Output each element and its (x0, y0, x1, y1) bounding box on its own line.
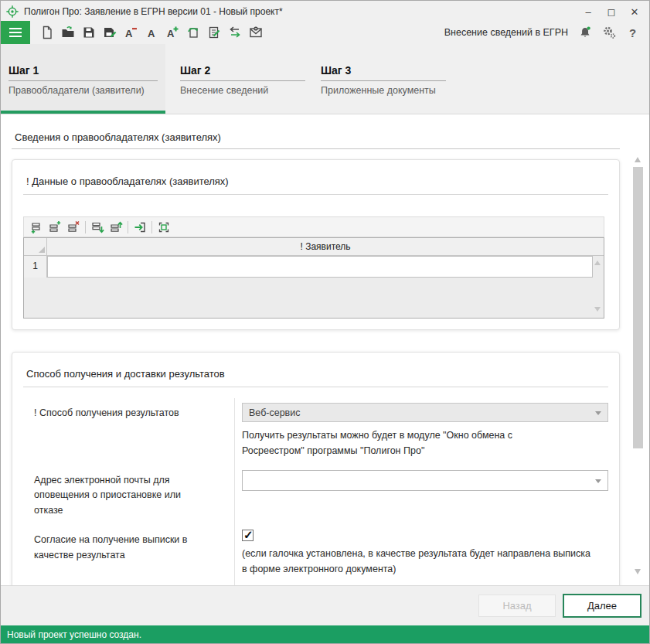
step3-subtitle: Приложенные документы (321, 85, 446, 96)
move-down-icon (90, 220, 104, 234)
bell-icon (577, 25, 593, 40)
row-number[interactable]: 1 (24, 256, 47, 278)
next-button[interactable]: Далее (563, 594, 641, 618)
envelope-icon (248, 25, 264, 40)
step1-title: Шаг 1 (9, 64, 158, 81)
result-method-label: ! Способ получения результатов (34, 403, 208, 458)
xml-exchange-icon (185, 25, 201, 40)
step3-title: Шаг 3 (321, 64, 446, 81)
transfer-arrows-icon (226, 25, 243, 40)
email-label: Адрес электронной почты для оповещения о… (34, 470, 208, 518)
back-button[interactable]: Назад (478, 595, 556, 617)
grid-scroll-up-icon[interactable] (594, 261, 601, 265)
question-mark-icon: ? (629, 26, 636, 39)
font-default-button[interactable]: A (141, 22, 161, 43)
delivery-card: Способ получения и доставки результатов … (12, 352, 620, 585)
add-row-icon (29, 220, 43, 234)
expand-icon (157, 220, 171, 234)
tab-step2[interactable]: Шаг 2 Внесение сведений (172, 44, 313, 114)
select-all-corner[interactable] (24, 238, 47, 256)
wizard-footer: Назад Далее (1, 585, 649, 625)
tab-step1[interactable]: Шаг 1 Правообладатели (заявители) (1, 44, 165, 114)
consent-extract-help: (если галочка установлена, в качестве ре… (242, 546, 591, 577)
insert-row-button[interactable] (46, 219, 64, 236)
consent-extract-label: Согласие на получение выписки в качестве… (34, 530, 208, 577)
main-toolbar: A A A Внесение сведений в ЕГРН (1, 21, 649, 44)
vertical-scrollbar[interactable] (632, 155, 644, 576)
move-up-icon (109, 220, 123, 234)
scroll-down-icon[interactable] (635, 569, 641, 574)
scrollbar-thumb[interactable] (633, 167, 643, 448)
help-button[interactable]: ? (623, 22, 642, 43)
form-row: Согласие на получение выписки в качестве… (34, 530, 608, 577)
delete-row-button[interactable] (64, 219, 83, 236)
applicant-column-header[interactable]: ! Заявитель (47, 238, 604, 256)
applicant-cell-input[interactable] (47, 256, 593, 278)
send-mail-button[interactable] (246, 22, 265, 43)
titlebar: Полигон Про: Заявление в ЕГРН версии 01 … (1, 1, 649, 21)
svg-text:A: A (125, 28, 133, 39)
maximize-button[interactable]: ◻ (600, 4, 623, 19)
toolbar-separator (128, 221, 128, 233)
close-button[interactable]: ✕ (623, 4, 646, 19)
font-default-icon: A (144, 25, 159, 40)
minimize-button[interactable]: – (577, 4, 600, 19)
save-as-button[interactable] (100, 22, 119, 43)
form-divider (234, 398, 235, 585)
check-document-button[interactable] (204, 22, 223, 43)
svg-text:A: A (148, 28, 155, 39)
email-combobox[interactable] (242, 470, 608, 491)
form-row: ! Способ получения результатов Веб-серви… (34, 403, 608, 458)
scroll-up-icon[interactable] (635, 157, 641, 162)
add-row-button[interactable] (27, 219, 46, 236)
delete-row-icon (66, 220, 80, 234)
delivery-form: ! Способ получения результатов Веб-серви… (23, 403, 608, 585)
result-method-value: Веб-сервис (249, 407, 301, 418)
delivery-card-title: Способ получения и доставки результатов (23, 363, 608, 387)
font-decrease-button[interactable]: A (121, 22, 140, 43)
grid-scroll-down-icon[interactable] (594, 307, 601, 312)
menu-button[interactable] (1, 21, 30, 44)
step2-title: Шаг 2 (180, 64, 305, 81)
table-row: 1 (24, 256, 604, 278)
page-content: Сведения о правообладателях (заявителях)… (1, 114, 649, 585)
move-row-down-button[interactable] (88, 219, 107, 236)
toolbar-separator (151, 221, 152, 233)
font-decrease-icon: A (123, 25, 138, 40)
email-input[interactable] (243, 471, 607, 490)
module-label: Внесение сведений в ЕГРН (444, 27, 568, 38)
app-window: Полигон Про: Заявление в ЕГРН версии 01 … (0, 0, 650, 644)
toolbar-separator (85, 221, 86, 233)
step1-subtitle: Правообладатели (заявители) (9, 85, 158, 96)
result-method-select[interactable]: Веб-сервис (242, 403, 608, 422)
save-button[interactable] (79, 22, 98, 43)
notifications-button[interactable] (575, 22, 594, 43)
grid-empty-area (24, 278, 604, 318)
import-export-button[interactable] (225, 22, 244, 43)
import-row-button[interactable] (131, 219, 149, 236)
font-increase-icon: A (165, 25, 180, 40)
form-row: Адрес электронной почты для оповещения о… (34, 470, 608, 518)
font-increase-button[interactable]: A (162, 22, 182, 43)
import-row-icon (133, 220, 147, 234)
step2-subtitle: Внесение сведений (180, 85, 305, 96)
status-message: Новый проект успешно создан. (7, 629, 141, 640)
gears-icon (601, 25, 617, 40)
owners-card: ! Данные о правообладателях (заявителях) (12, 159, 620, 330)
insert-row-icon (48, 220, 62, 234)
xml-exchange-button[interactable] (183, 22, 202, 43)
save-icon (81, 25, 97, 40)
document-edit-icon (206, 25, 222, 40)
expand-grid-button[interactable] (155, 219, 173, 236)
new-project-button[interactable] (37, 22, 56, 43)
window-title: Полигон Про: Заявление в ЕГРН версии 01 … (24, 6, 283, 17)
move-row-up-button[interactable] (107, 219, 125, 236)
result-method-help: Получить результаты можно будет в модуле… (242, 428, 545, 458)
open-project-button[interactable] (58, 22, 77, 43)
settings-button[interactable] (599, 22, 618, 43)
grid-toolbar (23, 216, 604, 237)
tab-step3[interactable]: Шаг 3 Приложенные документы (313, 44, 454, 114)
chevron-down-icon (595, 411, 601, 415)
step-tabs: Шаг 1 Правообладатели (заявители) Шаг 2 … (1, 44, 649, 114)
consent-extract-checkbox[interactable] (242, 530, 254, 541)
